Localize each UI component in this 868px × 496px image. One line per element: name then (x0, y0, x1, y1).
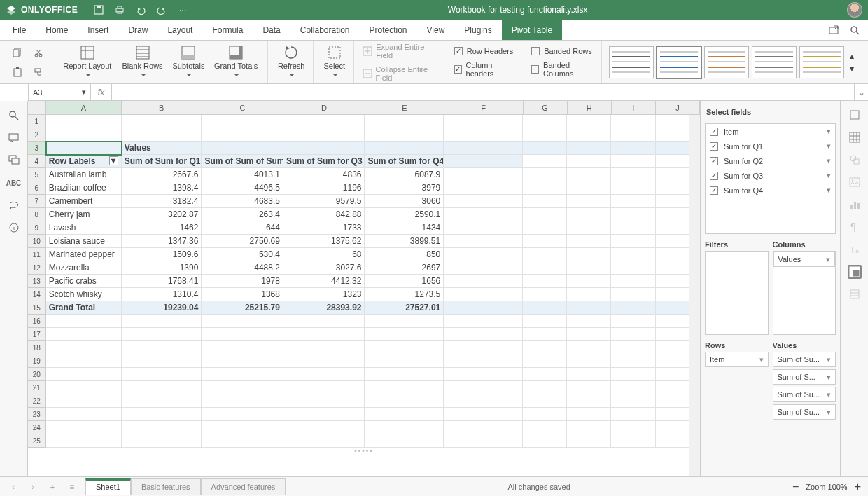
cell-B15[interactable]: 19239.04 (122, 301, 202, 315)
textart-settings-icon[interactable]: Tₐ (848, 242, 862, 256)
styles-up-icon[interactable]: ▴ (850, 51, 860, 61)
cell-A18[interactable] (46, 341, 122, 354)
cell-E18[interactable] (365, 341, 444, 354)
cell-H6[interactable] (567, 181, 611, 195)
cell-C25[interactable] (202, 434, 284, 448)
cell-A21[interactable] (46, 381, 122, 394)
cell-B7[interactable]: 3182.4 (122, 195, 202, 208)
comments-icon[interactable] (8, 132, 20, 144)
value-field[interactable]: Sum of S...▾ (773, 369, 836, 385)
cell-H15[interactable] (567, 301, 611, 315)
banded-rows-check[interactable]: Banded Rows (530, 46, 597, 57)
cell-G6[interactable] (523, 181, 567, 195)
cell-B10[interactable]: 1347.36 (122, 235, 202, 248)
cell-H2[interactable] (567, 128, 611, 142)
cell-I4[interactable] (611, 155, 655, 168)
cell-D25[interactable] (284, 434, 365, 448)
cell-H9[interactable] (567, 221, 611, 235)
cell-B13[interactable]: 1768.41 (122, 275, 202, 288)
user-avatar[interactable] (847, 2, 862, 18)
row-labels-dropdown[interactable]: ▾ (109, 156, 118, 165)
cell-I21[interactable] (611, 381, 655, 394)
cell-F19[interactable] (444, 354, 523, 368)
copy-icon[interactable] (8, 44, 27, 61)
cell-G22[interactable] (523, 394, 567, 408)
cell-F16[interactable] (444, 315, 523, 328)
menu-data[interactable]: Data (253, 20, 290, 40)
cell-E11[interactable]: 850 (365, 248, 444, 261)
cell-D15[interactable]: 28393.92 (284, 301, 365, 315)
cell-E2[interactable] (365, 128, 444, 142)
cell-A4[interactable]: Row Labels▾ (46, 155, 122, 168)
cell-I13[interactable] (611, 275, 655, 288)
cell-D21[interactable] (284, 381, 365, 394)
cell-A24[interactable] (46, 421, 122, 434)
cell-I18[interactable] (611, 341, 655, 354)
cell-I14[interactable] (611, 288, 655, 301)
cell-I2[interactable] (611, 128, 655, 142)
cell-D20[interactable] (284, 368, 365, 381)
cell-E9[interactable]: 1434 (365, 221, 444, 235)
cell-E6[interactable]: 3979 (365, 181, 444, 195)
cell-A1[interactable] (46, 115, 122, 128)
fx-icon[interactable]: fx (91, 84, 112, 100)
cell-H5[interactable] (567, 168, 611, 181)
menu-plugins[interactable]: Plugins (454, 20, 501, 40)
cell-B1[interactable] (122, 115, 202, 128)
cell-F2[interactable] (444, 128, 523, 142)
cell-A2[interactable] (46, 128, 122, 142)
cell-H25[interactable] (567, 434, 611, 448)
pivot-style-thumb[interactable] (657, 46, 701, 78)
cell-E10[interactable]: 3899.51 (365, 235, 444, 248)
cell-D14[interactable]: 1323 (284, 288, 365, 301)
table-settings-icon[interactable] (848, 130, 862, 144)
cell-C9[interactable]: 644 (202, 221, 284, 235)
cell-B4[interactable]: Sum of Sum for Q1 (122, 155, 202, 168)
name-box[interactable]: A3▾ (28, 84, 91, 100)
cell-B19[interactable] (122, 354, 202, 368)
cell-F9[interactable] (444, 221, 523, 235)
cell-B18[interactable] (122, 341, 202, 354)
cell-C17[interactable] (202, 328, 284, 341)
paste-icon[interactable] (8, 64, 27, 81)
cell-E4[interactable]: Sum of Sum for Q4 (365, 155, 444, 168)
cell-E13[interactable]: 1656 (365, 275, 444, 288)
cell-H1[interactable] (567, 115, 611, 128)
search-icon[interactable] (844, 20, 865, 40)
cell-F5[interactable] (444, 168, 523, 181)
cell-F15[interactable] (444, 301, 523, 315)
menu-layout[interactable]: Layout (158, 20, 202, 40)
add-sheet-icon[interactable]: + (46, 481, 59, 493)
cell-H17[interactable] (567, 328, 611, 341)
cell-H10[interactable] (567, 235, 611, 248)
cell-F14[interactable] (444, 288, 523, 301)
cell-B24[interactable] (122, 421, 202, 434)
open-location-icon[interactable] (823, 20, 844, 40)
cell-H20[interactable] (567, 368, 611, 381)
cell-G16[interactable] (523, 315, 567, 328)
subtotals-button[interactable]: Subtotals (169, 45, 209, 78)
tab-prev-icon[interactable]: ‹ (7, 481, 20, 493)
cell-C5[interactable]: 4013.1 (202, 168, 284, 181)
cell-C1[interactable] (202, 115, 284, 128)
cell-F12[interactable] (444, 261, 523, 275)
cell-B9[interactable]: 1462 (122, 221, 202, 235)
cell-I5[interactable] (611, 168, 655, 181)
cell-H18[interactable] (567, 341, 611, 354)
cell-G14[interactable] (523, 288, 567, 301)
cell-G12[interactable] (523, 261, 567, 275)
slicer-settings-icon[interactable] (848, 287, 862, 301)
cell-F4[interactable] (444, 155, 523, 168)
cell-B3[interactable]: Values (122, 142, 202, 155)
cell-B23[interactable] (122, 408, 202, 421)
cell-G19[interactable] (523, 354, 567, 368)
cell-I9[interactable] (611, 221, 655, 235)
cell-E21[interactable] (365, 381, 444, 394)
print-icon[interactable] (114, 4, 125, 15)
cell-F8[interactable] (444, 208, 523, 221)
cell-F23[interactable] (444, 408, 523, 421)
cell-D23[interactable] (284, 408, 365, 421)
menu-file[interactable]: File (3, 20, 36, 40)
filters-box[interactable] (705, 251, 769, 335)
cell-D18[interactable] (284, 341, 365, 354)
